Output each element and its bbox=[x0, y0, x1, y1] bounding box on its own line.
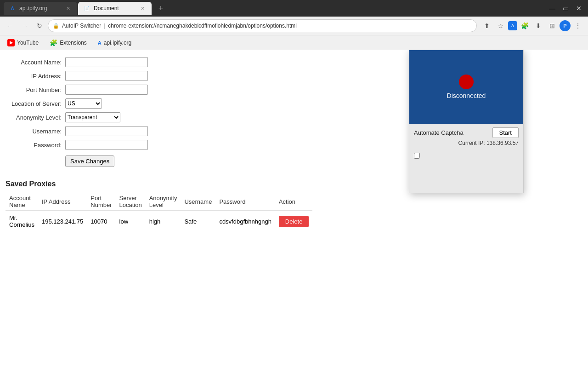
port-number-label: Port Number: bbox=[6, 86, 65, 93]
port-number-input[interactable] bbox=[65, 85, 148, 95]
back-button[interactable]: ← bbox=[4, 19, 17, 32]
form-section: Account Name: IP Address: Port Number: L… bbox=[0, 50, 230, 178]
address-bar[interactable]: 🔒 AutoIP Switcher | chrome-extension://n… bbox=[48, 19, 477, 32]
anonymity-select[interactable]: Transparent Anonymous Elite bbox=[65, 112, 120, 122]
tab-close-doc[interactable]: ✕ bbox=[139, 5, 146, 12]
address-url: chrome-extension://ncmaneghakdeblcdffmof… bbox=[108, 23, 472, 29]
col-action: Action bbox=[275, 193, 313, 211]
reload-button[interactable]: ↻ bbox=[33, 19, 46, 32]
anonymity-label: Anonymity Level: bbox=[6, 114, 65, 121]
automate-row: Automate Captcha Start bbox=[414, 127, 519, 138]
account-name-input[interactable] bbox=[65, 57, 148, 67]
split-view-icon[interactable]: ⊞ bbox=[546, 19, 559, 32]
col-password: Password bbox=[215, 193, 275, 211]
close-button[interactable]: ✕ bbox=[573, 3, 584, 14]
extension-popup: Disconnected Automate Captcha Start Curr… bbox=[409, 50, 524, 193]
bookmark-youtube[interactable]: YouTube bbox=[4, 38, 42, 48]
row-anonymity-level: high bbox=[146, 211, 181, 232]
checkbox-row bbox=[414, 150, 519, 161]
extensions-icon: 🧩 bbox=[50, 39, 57, 46]
proxies-table: Account Name IP Address Port Number Serv… bbox=[6, 193, 312, 232]
row-server-location: low bbox=[116, 211, 146, 232]
bookmark-icon[interactable]: ☆ bbox=[494, 19, 507, 32]
download-icon[interactable]: ⬇ bbox=[532, 19, 545, 32]
col-port-number: Port Number bbox=[87, 193, 115, 211]
tab-controls: — ▭ ✕ bbox=[546, 3, 584, 14]
nav-bar: ← → ↻ 🔒 AutoIP Switcher | chrome-extensi… bbox=[0, 17, 588, 35]
bookmark-api-label: api.ipify.org bbox=[104, 40, 131, 46]
password-row: Password: bbox=[6, 140, 224, 150]
save-changes-button[interactable]: Save Changes bbox=[65, 155, 114, 167]
automate-captcha-label: Automate Captcha bbox=[414, 129, 464, 136]
current-ip-label: Current IP: bbox=[458, 140, 485, 146]
autoip-extension-icon[interactable]: A bbox=[508, 21, 517, 30]
anonymity-row: Anonymity Level: Transparent Anonymous E… bbox=[6, 112, 224, 122]
menu-icon[interactable]: ⋮ bbox=[571, 19, 584, 32]
tab-close-api[interactable]: ✕ bbox=[64, 5, 72, 12]
tab-api-ipify[interactable]: A api.ipify.org ✕ bbox=[4, 2, 77, 15]
new-tab-button[interactable]: + bbox=[154, 2, 167, 15]
popup-body: Automate Captcha Start Current IP: 138.3… bbox=[409, 124, 523, 165]
col-ip-address: IP Address bbox=[38, 193, 87, 211]
disconnected-status-text: Disconnected bbox=[447, 92, 486, 99]
tab-title-doc: Document bbox=[94, 5, 135, 12]
api-favicon-icon: A bbox=[98, 40, 102, 46]
delete-button[interactable]: Delete bbox=[279, 216, 309, 227]
tab-document[interactable]: 📄 Document ✕ bbox=[78, 2, 152, 15]
automate-checkbox[interactable] bbox=[414, 153, 420, 159]
popup-bottom bbox=[409, 165, 523, 193]
table-row: Mr. Cornelius 195.123.241.75 10070 low h… bbox=[6, 211, 312, 232]
youtube-icon bbox=[7, 39, 15, 46]
forward-button[interactable]: → bbox=[18, 19, 31, 32]
nav-right-icons: ⬆ ☆ A 🧩 ⬇ ⊞ P ⋮ bbox=[481, 19, 584, 32]
current-ip-row: Current IP: 138.36.93.57 bbox=[414, 140, 519, 146]
page-content: Account Name: IP Address: Port Number: L… bbox=[0, 50, 588, 368]
bookmarks-bar: YouTube 🧩 Extensions A api.ipify.org bbox=[0, 35, 588, 50]
current-ip-value: 138.36.93.57 bbox=[486, 140, 519, 146]
password-label: Password: bbox=[6, 142, 65, 149]
location-row: Location of Server: US UK EU AU bbox=[6, 98, 224, 109]
col-anonymity-level: Anonymity Level bbox=[146, 193, 181, 211]
share-icon[interactable]: ⬆ bbox=[481, 19, 493, 32]
profile-avatar[interactable]: P bbox=[560, 20, 571, 31]
ip-address-input[interactable] bbox=[65, 71, 148, 81]
browser-chrome: A api.ipify.org ✕ 📄 Document ✕ + — ▭ ✕ ←… bbox=[0, 0, 588, 50]
address-separator: | bbox=[104, 23, 105, 29]
location-label: Location of Server: bbox=[6, 100, 65, 107]
row-password: cdsvfdbgfbhnhgngh bbox=[215, 211, 275, 232]
lock-icon: 🔒 bbox=[53, 23, 59, 29]
location-select[interactable]: US UK EU AU bbox=[65, 98, 102, 109]
tab-bar: A api.ipify.org ✕ 📄 Document ✕ + — ▭ ✕ bbox=[0, 0, 588, 17]
bookmark-youtube-label: YouTube bbox=[17, 40, 39, 46]
bookmark-api[interactable]: A api.ipify.org bbox=[94, 38, 135, 47]
bookmark-extensions[interactable]: 🧩 Extensions bbox=[46, 38, 90, 48]
address-extension-label: AutoIP Switcher bbox=[62, 23, 101, 29]
row-account-name: Mr. Cornelius bbox=[6, 211, 38, 232]
password-input[interactable] bbox=[65, 140, 148, 150]
minimize-button[interactable]: — bbox=[546, 3, 558, 14]
ip-address-label: IP Address: bbox=[6, 73, 65, 80]
start-button[interactable]: Start bbox=[492, 127, 519, 138]
account-name-row: Account Name: bbox=[6, 57, 224, 67]
col-account-name: Account Name bbox=[6, 193, 38, 211]
row-ip-address: 195.123.241.75 bbox=[38, 211, 87, 232]
youtube-play-icon bbox=[10, 41, 13, 45]
popup-header: Disconnected bbox=[409, 50, 523, 124]
disconnected-circle-icon bbox=[459, 75, 474, 89]
col-username: Username bbox=[181, 193, 215, 211]
extensions-puzzle-icon[interactable]: 🧩 bbox=[518, 19, 531, 32]
username-label: Username: bbox=[6, 128, 65, 135]
tab-favicon-api: A bbox=[9, 5, 16, 12]
row-action: Delete bbox=[275, 211, 313, 232]
ip-address-row: IP Address: bbox=[6, 71, 224, 81]
tab-favicon-doc: 📄 bbox=[84, 5, 90, 12]
col-server-location: Server Location bbox=[116, 193, 146, 211]
bookmark-extensions-label: Extensions bbox=[60, 40, 87, 46]
username-input[interactable] bbox=[65, 126, 148, 136]
account-name-label: Account Name: bbox=[6, 59, 65, 66]
username-row: Username: bbox=[6, 126, 224, 136]
save-row: Save Changes bbox=[6, 154, 224, 167]
restore-button[interactable]: ▭ bbox=[560, 3, 571, 14]
tab-title-api: api.ipify.org bbox=[19, 5, 61, 12]
row-port-number: 10070 bbox=[87, 211, 115, 232]
